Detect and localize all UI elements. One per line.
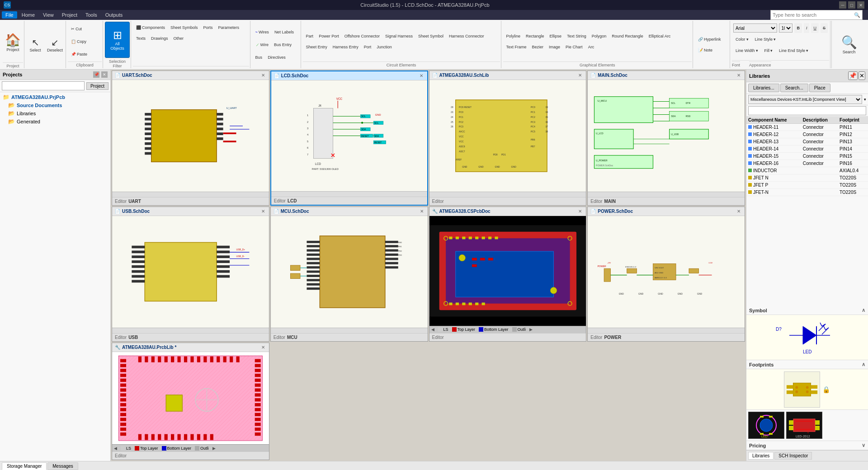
sheet-entry-btn[interactable]: Sheet Entry — [304, 42, 330, 52]
note-btn[interactable]: 📝Note — [696, 45, 728, 55]
lib-layer-next[interactable]: ▶ — [212, 446, 216, 451]
wires-btn[interactable]: ~Wires — [253, 27, 271, 37]
line-style-dropdown[interactable]: Line Style ▾ — [753, 34, 778, 44]
deselect-button[interactable]: ↙ Deselect — [45, 27, 65, 63]
menu-home[interactable]: Home — [18, 11, 38, 19]
paste-button[interactable]: 📌Paste — [69, 49, 90, 59]
power-hscroll[interactable] — [588, 328, 745, 333]
tree-libraries[interactable]: 📂 Libraries — [1, 109, 109, 118]
layer-prev[interactable]: ◀ — [431, 327, 434, 332]
close-button[interactable]: ✕ — [857, 1, 864, 9]
select-button[interactable]: ↖ Select — [26, 27, 44, 63]
usb-hscroll[interactable] — [112, 328, 269, 333]
menu-tools[interactable]: Tools — [82, 11, 101, 19]
layer-next[interactable]: ▶ — [529, 327, 533, 332]
global-search-input[interactable] — [773, 12, 854, 18]
fill-dropdown[interactable]: Fill ▾ — [762, 46, 775, 56]
table-row[interactable]: HEADER-15 Connector PIN15 — [746, 153, 868, 160]
sheet-symbols-filter-btn[interactable]: Sheet Symbols — [168, 23, 200, 33]
libraries-btn[interactable]: Libraries... — [748, 84, 779, 92]
mcu-hscroll[interactable] — [271, 328, 428, 333]
image-btn[interactable]: Image — [547, 42, 562, 52]
font-size-select[interactable]: 10 — [779, 24, 793, 33]
cut-button[interactable]: ✂Cut — [69, 24, 84, 34]
table-row[interactable]: JFET-N TO220S — [746, 189, 868, 196]
panel-close-button[interactable]: ✕ — [101, 71, 108, 78]
ports-filter-btn[interactable]: Ports — [201, 23, 215, 33]
all-objects-button[interactable]: ⊞ All Objects — [105, 22, 130, 58]
lib-pin-button[interactable]: 📌 — [848, 71, 858, 80]
lib-layer-prev[interactable]: ◀ — [114, 446, 117, 451]
hyperlink-btn[interactable]: 🔗Hyperlink — [696, 34, 728, 44]
drawings-filter-btn[interactable]: Drawings — [149, 33, 170, 43]
tree-generated[interactable]: 📂 Generated — [1, 118, 109, 126]
part-btn[interactable]: Part — [304, 31, 316, 41]
atmegalib-hscroll[interactable] — [429, 192, 586, 197]
port-btn[interactable]: Port — [362, 42, 374, 52]
pricing-toggle[interactable]: ∨ — [862, 442, 865, 448]
signal-harness-btn[interactable]: Signal Harness — [383, 31, 415, 41]
tree-root[interactable]: 📁 ATMEGA328AU.PrjPcb — [1, 93, 109, 101]
project-button-filter[interactable]: Project — [86, 82, 108, 90]
pie-chart-btn[interactable]: Pie Chart — [563, 42, 585, 52]
uart-content[interactable]: U_UART — [112, 80, 269, 192]
polygon-btn[interactable]: Polygon — [590, 31, 609, 41]
search-button[interactable]: 🔍 Search — [835, 27, 863, 63]
menu-outputs[interactable]: Outputs — [102, 11, 127, 19]
symbol-toggle[interactable]: ∧ — [862, 307, 865, 313]
mcu-content[interactable]: PB0 PB1 PB2 PB3 — [271, 216, 428, 328]
color-dropdown[interactable]: Color ▾ — [733, 34, 751, 44]
usb-content[interactable]: USB_D+ USB_D- — [112, 216, 269, 328]
ellipse-btn[interactable]: Ellipse — [547, 31, 564, 41]
other-filter-btn[interactable]: Other — [171, 33, 186, 43]
main-content[interactable]: U_MCU SCL SDA DTR RSD U_LCD — [588, 80, 745, 192]
polyline-btn[interactable]: Polyline — [504, 31, 523, 41]
table-row[interactable]: HEADER-12 Connector PIN12 — [746, 131, 868, 138]
footprints-toggle[interactable]: ∧ — [862, 362, 865, 367]
parameters-filter-btn[interactable]: Parameters — [216, 23, 242, 33]
components-filter-btn[interactable]: ⬛Components — [134, 23, 167, 33]
round-rectangle-btn[interactable]: Round Rectangle — [609, 31, 646, 41]
main-hscroll[interactable] — [588, 192, 745, 197]
junction-btn[interactable]: Junction — [374, 42, 394, 52]
tab-sch-inspector[interactable]: SCH Inspector — [774, 452, 812, 460]
text-frame-btn[interactable]: Text Frame — [504, 42, 529, 52]
line-end-style-dropdown[interactable]: Line End Style ▾ — [777, 46, 811, 56]
menu-file[interactable]: File — [2, 11, 17, 19]
menu-view[interactable]: View — [39, 11, 57, 19]
table-row[interactable]: JFET P TO220S — [746, 182, 868, 189]
atmegalib-close[interactable]: ✕ — [577, 73, 583, 78]
uart-hscroll[interactable] — [112, 192, 269, 197]
table-row[interactable]: INDUCTOR AXIAL0.4 — [746, 167, 868, 174]
lib-close-button[interactable]: ✕ — [859, 71, 865, 80]
elliptical-arc-btn[interactable]: Elliptical Arc — [646, 31, 673, 41]
lcd-content[interactable]: VCC J4 1 2 3 4 5 6 7 — [271, 80, 427, 191]
lcd-close[interactable]: ✕ — [418, 73, 425, 78]
menu-project[interactable]: Project — [58, 11, 81, 19]
copy-button[interactable]: 📋Copy — [69, 37, 89, 47]
place-btn[interactable]: Place — [809, 84, 830, 92]
mcu-close[interactable]: ✕ — [419, 209, 425, 214]
search-btn[interactable]: Search... — [780, 84, 808, 92]
table-row[interactable]: HEADER-11 Connector PIN11 — [746, 124, 868, 131]
prcblib-close[interactable]: ✕ — [260, 345, 266, 350]
arc-btn[interactable]: Arc — [586, 42, 597, 52]
usb-close[interactable]: ✕ — [260, 209, 266, 214]
main-close[interactable]: ✕ — [736, 73, 742, 78]
power-port-btn[interactable]: Power Port — [316, 31, 341, 41]
net-labels-btn[interactable]: Net Labels — [272, 27, 296, 37]
table-row[interactable]: HEADER-16 Connector PIN16 — [746, 160, 868, 167]
tab-storage-manager[interactable]: Storage Manager — [2, 462, 47, 470]
project-filter-input[interactable] — [2, 81, 85, 90]
wire-btn[interactable]: ⟋Wire — [253, 40, 271, 50]
lib-search-input[interactable] — [748, 106, 866, 115]
directives-btn[interactable]: Directives — [265, 52, 288, 62]
atmegalib-content[interactable]: PC6 RESET PC0 PC1 PC2 PC3 AVCC VCC VCC A… — [429, 80, 586, 192]
panel-pin-button[interactable]: 📌 — [93, 71, 99, 78]
table-row[interactable]: JFET N TO220S — [746, 174, 868, 182]
uart-close[interactable]: ✕ — [260, 73, 266, 78]
minimize-button[interactable]: ─ — [839, 1, 846, 9]
atmegapcb-close[interactable]: ✕ — [577, 209, 583, 214]
power-close[interactable]: ✕ — [736, 209, 742, 214]
text-string-btn[interactable]: Text String — [565, 31, 589, 41]
